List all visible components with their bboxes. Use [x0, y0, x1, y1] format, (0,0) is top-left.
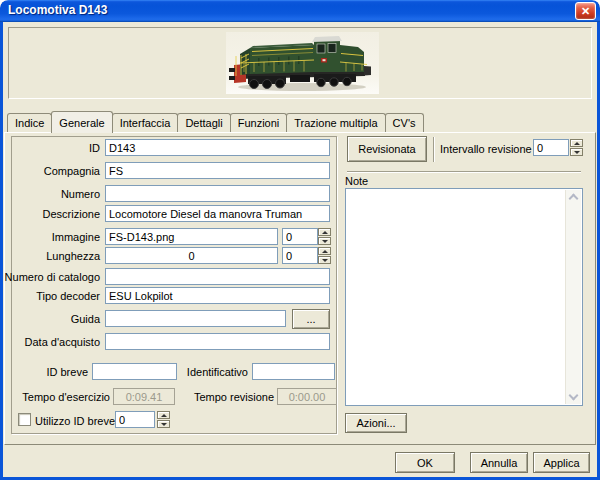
revisionata-button[interactable]: Revisionata [347, 136, 427, 162]
data-acquisto-label: Data d'acquisto [3, 336, 100, 348]
azioni-button[interactable]: Azioni... [345, 413, 407, 433]
compagnia-input[interactable] [105, 162, 330, 179]
tab-interfaccia[interactable]: Interfaccia [112, 113, 179, 132]
numero-catalogo-label: Numero di catalogo [3, 271, 100, 283]
intervallo-revisione-spinner [570, 139, 583, 156]
window-border-left [0, 22, 3, 480]
note-textarea[interactable] [345, 188, 583, 406]
lunghezza-label: Lunghezza [3, 250, 100, 262]
id-label: ID [3, 142, 100, 154]
photo-panel [8, 27, 592, 99]
annulla-button[interactable]: Annulla [470, 452, 528, 473]
tipo-decoder-input[interactable] [105, 287, 330, 304]
intervallo-revisione-label: Intervallo revisione [440, 143, 532, 155]
immagine-input[interactable] [105, 228, 278, 245]
scroll-down-icon[interactable] [569, 391, 579, 401]
note-separator [347, 171, 581, 172]
numero-label: Numero [3, 188, 100, 200]
data-acquisto-input[interactable] [105, 333, 330, 350]
spin-down-icon[interactable] [318, 256, 331, 264]
numero-catalogo-input[interactable] [105, 268, 330, 285]
spin-down-icon[interactable] [157, 420, 170, 428]
ok-button[interactable]: OK [395, 452, 455, 473]
close-icon[interactable]: ✕ [575, 2, 596, 20]
id-breve-input[interactable] [92, 363, 177, 380]
intervallo-revisione-input[interactable] [533, 139, 569, 156]
guida-input[interactable] [105, 310, 286, 327]
immagine-label: Immagine [3, 231, 100, 243]
window-title: Locomotiva D143 [8, 3, 107, 17]
tab-funzioni[interactable]: Funzioni [230, 113, 288, 132]
numero-input[interactable] [105, 185, 330, 202]
applica-button[interactable]: Applica [533, 452, 590, 473]
tempo-revisione-value [277, 388, 337, 405]
guida-browse-button[interactable]: ... [292, 309, 330, 329]
id-input[interactable] [105, 139, 330, 156]
spin-up-icon[interactable] [157, 411, 170, 419]
lunghezza-spinner [318, 247, 331, 264]
identificativo-label: Identificativo [170, 366, 248, 378]
tab-trazione-multipla[interactable]: Trazione multipla [286, 113, 385, 132]
tempo-esercizio-label: Tempo d'esercizio [3, 391, 110, 403]
spin-up-icon[interactable] [318, 247, 331, 255]
lunghezza-index-input[interactable] [282, 247, 318, 264]
guida-label: Guida [3, 313, 100, 325]
tab-bar: Indice Generale Interfaccia Dettagli Fun… [7, 111, 424, 133]
descrizione-label: Descrizione [3, 208, 100, 220]
locomotive-photo [226, 32, 379, 94]
tempo-revisione-label: Tempo revisione [180, 391, 274, 403]
utilizzo-id-breve-spinner [157, 411, 170, 428]
compagnia-label: Compagnia [3, 165, 100, 177]
spin-down-icon[interactable] [570, 148, 583, 156]
tab-generale[interactable]: Generale [51, 111, 112, 133]
tipo-decoder-label: Tipo decoder [3, 290, 100, 302]
tab-indice[interactable]: Indice [7, 113, 52, 132]
revision-divider [433, 137, 434, 162]
titlebar[interactable]: Locomotiva D143 ✕ [0, 0, 600, 22]
tab-dettagli[interactable]: Dettagli [177, 113, 230, 132]
note-scrollbar[interactable] [565, 190, 581, 404]
lunghezza-input[interactable] [105, 247, 278, 264]
tempo-esercizio-value [113, 388, 175, 405]
identificativo-input[interactable] [252, 363, 335, 380]
spin-down-icon[interactable] [318, 237, 331, 245]
immagine-spinner [318, 228, 331, 245]
spin-up-icon[interactable] [570, 139, 583, 147]
dialog-window: Locomotiva D143 ✕ [0, 0, 600, 480]
scroll-up-icon[interactable] [569, 194, 579, 204]
utilizzo-id-breve-input[interactable] [115, 411, 155, 428]
note-label: Note [345, 175, 405, 187]
descrizione-input[interactable] [105, 205, 330, 222]
id-breve-label: ID breve [3, 366, 88, 378]
tab-cvs[interactable]: CV's [385, 113, 424, 132]
utilizzo-id-breve-label: Utilizzo ID breve [35, 415, 115, 427]
utilizzo-id-breve-checkbox[interactable] [18, 413, 31, 426]
immagine-index-input[interactable] [282, 228, 318, 245]
spin-up-icon[interactable] [318, 228, 331, 236]
